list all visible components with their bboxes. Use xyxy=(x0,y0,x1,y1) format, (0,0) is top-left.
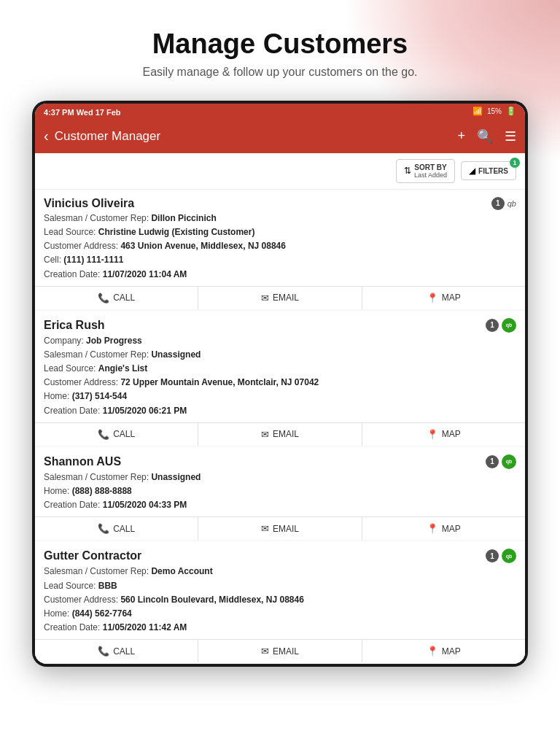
badge-number: 1 xyxy=(491,197,505,210)
call-button-label: CALL xyxy=(113,293,135,303)
app-bar-icons: + 🔍 ☰ xyxy=(457,128,516,144)
back-button[interactable]: ‹ xyxy=(44,128,49,144)
customer-field: Salesman / Customer Rep: Unassigned xyxy=(44,348,516,362)
action-row: 📞CALL✉EMAIL📍MAP xyxy=(35,286,525,309)
customer-field: Home: (888) 888-8888 xyxy=(44,484,516,498)
call-button[interactable]: 📞CALL xyxy=(35,517,198,540)
email-button-icon: ✉ xyxy=(261,293,269,303)
battery-icon: 🔋 xyxy=(506,107,516,116)
email-button[interactable]: ✉EMAIL xyxy=(198,640,362,662)
email-button[interactable]: ✉EMAIL xyxy=(198,423,362,446)
page-wrapper: Manage Customers Easily manage & follow … xyxy=(0,0,560,747)
customer-name: Gutter Contractor xyxy=(44,549,141,562)
field-value: Demo Account xyxy=(151,566,212,576)
field-value: 463 Union Avenue, Middlesex, NJ 08846 xyxy=(120,241,286,251)
map-button[interactable]: 📍MAP xyxy=(362,640,525,662)
menu-icon[interactable]: ☰ xyxy=(505,128,516,144)
qb-badge: qb xyxy=(502,318,516,333)
field-value: (317) 514-544 xyxy=(72,391,127,401)
field-value: 11/05/2020 11:42 AM xyxy=(103,622,187,632)
field-label: Salesman / Customer Rep: xyxy=(44,566,149,576)
field-value: (844) 562-7764 xyxy=(72,608,132,619)
qb-label: qb xyxy=(506,322,513,328)
customer-card: Shannon AUS 1 qb Salesman / Customer Rep… xyxy=(35,447,525,541)
sort-label: SORT BY xyxy=(414,163,447,171)
email-button[interactable]: ✉EMAIL xyxy=(198,287,362,309)
email-button[interactable]: ✉EMAIL xyxy=(198,517,362,540)
map-button[interactable]: 📍MAP xyxy=(362,287,525,309)
call-button-icon: 📞 xyxy=(98,293,109,303)
customer-field: Customer Address: 463 Union Avenue, Midd… xyxy=(44,239,516,253)
field-label: Lead Source: xyxy=(44,363,96,374)
customer-field: Customer Address: 560 Lincoln Boulevard,… xyxy=(44,593,516,607)
qb-label: qb xyxy=(506,554,513,559)
customer-info: Vinicius Oliveira 1 qb Salesman / Custom… xyxy=(35,190,525,286)
field-label: Customer Address: xyxy=(44,377,118,387)
customer-field: Home: (844) 562-7764 xyxy=(44,607,516,621)
customer-field: Company: Job Progress xyxy=(44,334,516,348)
call-button-icon: 📞 xyxy=(98,429,109,440)
email-button-label: EMAIL xyxy=(273,429,299,439)
field-label: Creation Date: xyxy=(44,269,100,279)
sort-button[interactable]: ⇅ SORT BY Last Added xyxy=(396,159,455,183)
badge-number: 1 xyxy=(486,549,499,562)
customer-field: Salesman / Customer Rep: Demo Account xyxy=(44,565,516,578)
hero-section: Manage Customers Easily manage & follow … xyxy=(0,0,560,93)
call-button-icon: 📞 xyxy=(98,646,109,657)
map-button-label: MAP xyxy=(442,429,461,439)
field-label: Home: xyxy=(44,391,69,401)
field-label: Creation Date: xyxy=(44,406,100,416)
map-button-icon: 📍 xyxy=(427,429,438,440)
customer-card: Vinicius Oliveira 1 qb Salesman / Custom… xyxy=(35,190,525,309)
field-label: Creation Date: xyxy=(44,622,100,632)
call-button-label: CALL xyxy=(113,429,135,439)
field-value: 11/05/2020 04:33 PM xyxy=(103,500,187,510)
field-label: Lead Source: xyxy=(44,227,96,237)
field-value: 11/07/2020 11:04 AM xyxy=(103,269,187,279)
field-label: Customer Address: xyxy=(44,595,118,605)
filter-label: FILTERS xyxy=(478,167,508,175)
customer-field: Creation Date: 11/05/2020 11:42 AM xyxy=(44,621,516,635)
filter-icon: ◢ xyxy=(469,166,475,176)
customer-name-row: Vinicius Oliveira 1 qb xyxy=(44,197,516,210)
field-value: 72 Upper Mountain Avenue, Montclair, NJ … xyxy=(120,377,319,387)
battery-text: 15% xyxy=(487,107,502,115)
email-button-icon: ✉ xyxy=(261,523,269,534)
map-button[interactable]: 📍MAP xyxy=(362,517,525,540)
customer-card: Gutter Contractor 1 qb Salesman / Custom… xyxy=(35,541,525,662)
customer-field: Lead Source: BBB xyxy=(44,579,516,593)
customer-badges: 1 qb xyxy=(486,549,516,563)
add-icon[interactable]: + xyxy=(457,128,465,144)
customer-info: Erica Rush 1 qb Company: Job ProgressSal… xyxy=(35,311,525,422)
map-button-label: MAP xyxy=(442,524,461,534)
customer-name: Vinicius Oliveira xyxy=(44,197,134,210)
search-icon[interactable]: 🔍 xyxy=(477,128,493,144)
field-label: Company: xyxy=(44,336,84,346)
customer-name: Shannon AUS xyxy=(44,455,121,468)
customer-field: Salesman / Customer Rep: Dillon Piccinic… xyxy=(44,212,516,225)
customer-name: Erica Rush xyxy=(44,319,105,332)
call-button[interactable]: 📞CALL xyxy=(35,287,198,309)
map-button-icon: 📍 xyxy=(427,523,438,534)
qb-badge: qb xyxy=(502,549,516,563)
sort-icon: ⇅ xyxy=(404,166,411,176)
call-button[interactable]: 📞CALL xyxy=(35,640,198,662)
device-screen: 4:37 PM Wed 17 Feb 📶 15% 🔋 ‹ Customer Ma… xyxy=(35,104,525,665)
map-button-label: MAP xyxy=(442,293,461,303)
customer-name-row: Erica Rush 1 qb xyxy=(44,318,516,333)
call-button[interactable]: 📞CALL xyxy=(35,423,198,446)
email-button-icon: ✉ xyxy=(261,429,269,440)
customer-field: Lead Source: Angie's List xyxy=(44,362,516,376)
qb-label: qb xyxy=(506,459,513,464)
email-button-label: EMAIL xyxy=(273,293,299,303)
map-button[interactable]: 📍MAP xyxy=(362,423,525,446)
filter-button[interactable]: ◢ FILTERS 1 xyxy=(461,161,516,180)
field-label: Salesman / Customer Rep: xyxy=(44,349,149,360)
app-bar: ‹ Customer Manager + 🔍 ☰ xyxy=(35,120,525,153)
customer-field: Creation Date: 11/05/2020 06:21 PM xyxy=(44,404,516,418)
map-button-icon: 📍 xyxy=(427,646,438,657)
map-button-icon: 📍 xyxy=(427,293,438,303)
field-value: 11/05/2020 06:21 PM xyxy=(103,406,187,416)
field-label: Home: xyxy=(44,486,69,496)
field-value: BBB xyxy=(98,581,117,591)
